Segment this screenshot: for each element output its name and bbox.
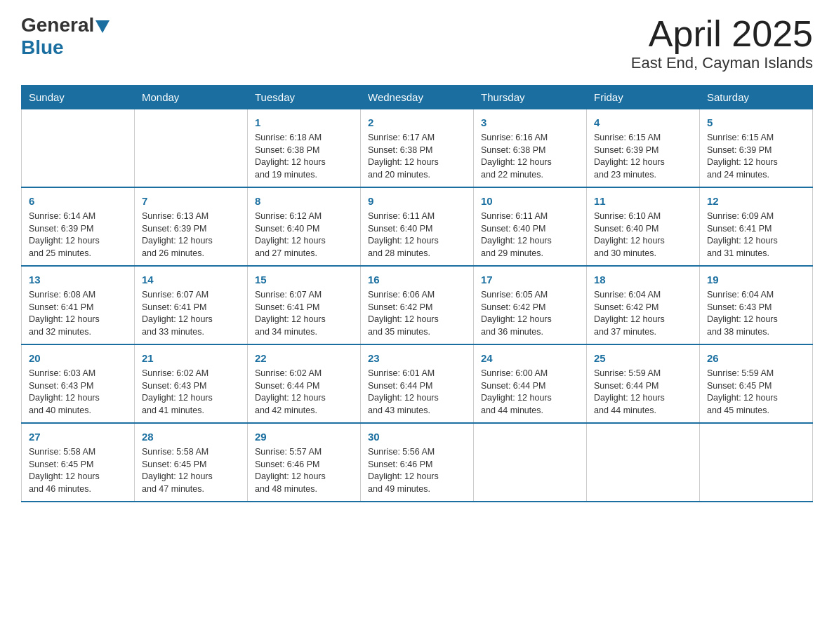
calendar-cell: 27Sunrise: 5:58 AM Sunset: 6:45 PM Dayli… <box>22 423 135 502</box>
calendar-cell: 25Sunrise: 5:59 AM Sunset: 6:44 PM Dayli… <box>587 344 700 423</box>
day-info: Sunrise: 6:04 AM Sunset: 6:43 PM Dayligh… <box>707 289 805 338</box>
weekday-header-wednesday: Wednesday <box>361 86 474 109</box>
calendar-week-row: 13Sunrise: 6:08 AM Sunset: 6:41 PM Dayli… <box>22 266 813 344</box>
day-number: 14 <box>142 272 240 287</box>
day-info: Sunrise: 6:15 AM Sunset: 6:39 PM Dayligh… <box>707 132 805 181</box>
calendar-cell <box>700 423 813 502</box>
calendar-cell: 9Sunrise: 6:11 AM Sunset: 6:40 PM Daylig… <box>361 187 474 266</box>
calendar-cell <box>587 423 700 502</box>
day-info: Sunrise: 5:56 AM Sunset: 6:46 PM Dayligh… <box>368 446 466 495</box>
month-title: April 2025 <box>631 14 813 54</box>
weekday-header-tuesday: Tuesday <box>248 86 361 109</box>
day-number: 24 <box>481 351 579 365</box>
calendar-cell: 2Sunrise: 6:17 AM Sunset: 6:38 PM Daylig… <box>361 109 474 188</box>
calendar-cell <box>474 423 587 502</box>
weekday-header-monday: Monday <box>135 86 248 109</box>
calendar-cell: 4Sunrise: 6:15 AM Sunset: 6:39 PM Daylig… <box>587 109 700 188</box>
day-info: Sunrise: 5:59 AM Sunset: 6:44 PM Dayligh… <box>594 368 692 417</box>
calendar-cell: 29Sunrise: 5:57 AM Sunset: 6:46 PM Dayli… <box>248 423 361 502</box>
day-number: 8 <box>255 194 353 208</box>
calendar-cell: 24Sunrise: 6:00 AM Sunset: 6:44 PM Dayli… <box>474 344 587 423</box>
day-number: 25 <box>594 351 692 365</box>
logo: General Blue <box>21 14 111 59</box>
calendar-cell: 1Sunrise: 6:18 AM Sunset: 6:38 PM Daylig… <box>248 109 361 188</box>
calendar-cell: 13Sunrise: 6:08 AM Sunset: 6:41 PM Dayli… <box>22 266 135 344</box>
day-number: 4 <box>594 115 692 130</box>
day-info: Sunrise: 5:58 AM Sunset: 6:45 PM Dayligh… <box>142 446 240 495</box>
day-number: 30 <box>368 429 466 444</box>
calendar-cell: 3Sunrise: 6:16 AM Sunset: 6:38 PM Daylig… <box>474 109 587 188</box>
day-info: Sunrise: 6:11 AM Sunset: 6:40 PM Dayligh… <box>481 210 579 260</box>
calendar-cell: 11Sunrise: 6:10 AM Sunset: 6:40 PM Dayli… <box>587 187 700 266</box>
day-number: 23 <box>368 351 466 365</box>
calendar-week-row: 27Sunrise: 5:58 AM Sunset: 6:45 PM Dayli… <box>22 423 813 502</box>
day-info: Sunrise: 6:03 AM Sunset: 6:43 PM Dayligh… <box>29 368 127 417</box>
day-info: Sunrise: 6:01 AM Sunset: 6:44 PM Dayligh… <box>368 368 466 417</box>
calendar-cell: 5Sunrise: 6:15 AM Sunset: 6:39 PM Daylig… <box>700 109 813 188</box>
day-info: Sunrise: 6:11 AM Sunset: 6:40 PM Dayligh… <box>368 210 466 260</box>
day-number: 3 <box>481 115 579 130</box>
day-info: Sunrise: 6:16 AM Sunset: 6:38 PM Dayligh… <box>481 132 579 181</box>
day-number: 6 <box>29 194 127 208</box>
day-info: Sunrise: 6:02 AM Sunset: 6:44 PM Dayligh… <box>255 368 353 417</box>
calendar-header-row: SundayMondayTuesdayWednesdayThursdayFrid… <box>22 86 813 109</box>
calendar-cell: 30Sunrise: 5:56 AM Sunset: 6:46 PM Dayli… <box>361 423 474 502</box>
location-title: East End, Cayman Islands <box>631 54 813 72</box>
day-info: Sunrise: 5:58 AM Sunset: 6:45 PM Dayligh… <box>29 446 127 495</box>
day-number: 2 <box>368 115 466 130</box>
day-number: 10 <box>481 194 579 208</box>
day-number: 15 <box>255 272 353 287</box>
weekday-header-sunday: Sunday <box>22 86 135 109</box>
calendar-cell: 10Sunrise: 6:11 AM Sunset: 6:40 PM Dayli… <box>474 187 587 266</box>
day-number: 22 <box>255 351 353 365</box>
weekday-header-friday: Friday <box>587 86 700 109</box>
calendar-cell: 12Sunrise: 6:09 AM Sunset: 6:41 PM Dayli… <box>700 187 813 266</box>
calendar-cell: 20Sunrise: 6:03 AM Sunset: 6:43 PM Dayli… <box>22 344 135 423</box>
calendar-week-row: 20Sunrise: 6:03 AM Sunset: 6:43 PM Dayli… <box>22 344 813 423</box>
calendar-cell <box>135 109 248 188</box>
calendar-week-row: 6Sunrise: 6:14 AM Sunset: 6:39 PM Daylig… <box>22 187 813 266</box>
calendar-cell: 14Sunrise: 6:07 AM Sunset: 6:41 PM Dayli… <box>135 266 248 344</box>
day-number: 11 <box>594 194 692 208</box>
day-info: Sunrise: 6:14 AM Sunset: 6:39 PM Dayligh… <box>29 210 127 260</box>
day-number: 5 <box>707 115 805 130</box>
day-info: Sunrise: 6:09 AM Sunset: 6:41 PM Dayligh… <box>707 210 805 260</box>
day-info: Sunrise: 6:13 AM Sunset: 6:39 PM Dayligh… <box>142 210 240 260</box>
day-info: Sunrise: 6:06 AM Sunset: 6:42 PM Dayligh… <box>368 289 466 338</box>
day-info: Sunrise: 6:00 AM Sunset: 6:44 PM Dayligh… <box>481 368 579 417</box>
calendar-cell: 17Sunrise: 6:05 AM Sunset: 6:42 PM Dayli… <box>474 266 587 344</box>
day-info: Sunrise: 6:08 AM Sunset: 6:41 PM Dayligh… <box>29 289 127 338</box>
day-info: Sunrise: 5:59 AM Sunset: 6:45 PM Dayligh… <box>707 368 805 417</box>
calendar-cell: 8Sunrise: 6:12 AM Sunset: 6:40 PM Daylig… <box>248 187 361 266</box>
day-number: 28 <box>142 429 240 444</box>
day-number: 13 <box>29 272 127 287</box>
day-number: 21 <box>142 351 240 365</box>
calendar-cell: 26Sunrise: 5:59 AM Sunset: 6:45 PM Dayli… <box>700 344 813 423</box>
day-number: 19 <box>707 272 805 287</box>
logo-general-text: General <box>21 14 94 36</box>
calendar-cell: 18Sunrise: 6:04 AM Sunset: 6:42 PM Dayli… <box>587 266 700 344</box>
day-info: Sunrise: 6:15 AM Sunset: 6:39 PM Dayligh… <box>594 132 692 181</box>
day-number: 20 <box>29 351 127 365</box>
day-info: Sunrise: 6:12 AM Sunset: 6:40 PM Dayligh… <box>255 210 353 260</box>
calendar-cell: 28Sunrise: 5:58 AM Sunset: 6:45 PM Dayli… <box>135 423 248 502</box>
day-number: 1 <box>255 115 353 130</box>
day-info: Sunrise: 6:10 AM Sunset: 6:40 PM Dayligh… <box>594 210 692 260</box>
weekday-header-saturday: Saturday <box>700 86 813 109</box>
day-number: 17 <box>481 272 579 287</box>
day-number: 12 <box>707 194 805 208</box>
day-number: 27 <box>29 429 127 444</box>
day-number: 16 <box>368 272 466 287</box>
calendar-cell <box>22 109 135 188</box>
day-info: Sunrise: 6:07 AM Sunset: 6:41 PM Dayligh… <box>142 289 240 338</box>
page-header: General Blue April 2025 East End, Cayman… <box>21 14 813 72</box>
calendar-cell: 23Sunrise: 6:01 AM Sunset: 6:44 PM Dayli… <box>361 344 474 423</box>
day-number: 9 <box>368 194 466 208</box>
calendar-week-row: 1Sunrise: 6:18 AM Sunset: 6:38 PM Daylig… <box>22 109 813 188</box>
calendar-cell: 16Sunrise: 6:06 AM Sunset: 6:42 PM Dayli… <box>361 266 474 344</box>
day-info: Sunrise: 6:02 AM Sunset: 6:43 PM Dayligh… <box>142 368 240 417</box>
calendar-table: SundayMondayTuesdayWednesdayThursdayFrid… <box>21 85 813 502</box>
calendar-cell: 6Sunrise: 6:14 AM Sunset: 6:39 PM Daylig… <box>22 187 135 266</box>
day-info: Sunrise: 6:18 AM Sunset: 6:38 PM Dayligh… <box>255 132 353 181</box>
day-number: 18 <box>594 272 692 287</box>
